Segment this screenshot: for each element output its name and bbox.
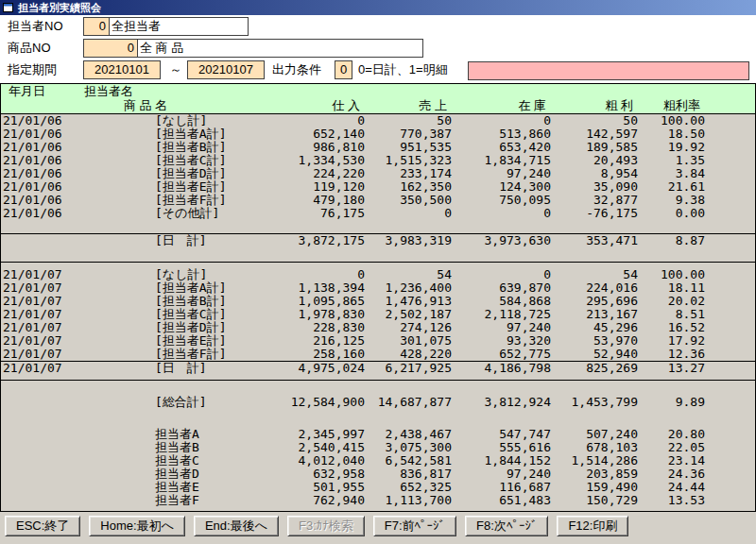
function-button[interactable]: ESC:終了 (5, 516, 80, 536)
daily-total-row-0106: [日 計] 3,872,175 3,983,319 3,973,630 353,… (1, 234, 755, 247)
row-buy: 228,830 (228, 321, 368, 334)
row-buy: 2,345,997 (228, 428, 368, 441)
row-stock: 584,868 (455, 295, 554, 308)
row-name: [担当者A計] (84, 128, 228, 141)
row-profit: 678,103 (554, 441, 641, 454)
row-stock: 4,186,798 (455, 362, 554, 375)
row-profit: 189,585 (554, 141, 641, 154)
row-stock: 653,420 (455, 141, 554, 154)
function-button[interactable]: F8:次ﾍﾟｰｼﾞ (465, 516, 548, 536)
row-buy: 0 (228, 114, 368, 128)
row-name: [担当者E計] (84, 334, 228, 348)
row-buy: 4,012,040 (228, 454, 368, 468)
row-name: [なし計] (84, 268, 228, 281)
row-name: [総合計] (84, 396, 228, 409)
row-date: 21/01/07 (1, 321, 84, 334)
row-buy: 1,978,830 (228, 308, 368, 321)
row-rate: 13.53 (641, 494, 708, 507)
table-row: 21/01/07 [担当者E計] 216,125 301,075 93,320 … (1, 334, 755, 348)
row-sell: 836,817 (368, 468, 455, 481)
shohin-no-label: 商品NO (8, 39, 51, 58)
output-condition-hint: 0=日計、1=明細 (358, 60, 448, 79)
function-button-label: F3:ｶﾅ検索 (299, 518, 353, 533)
kikan-label: 指定期間 (8, 60, 57, 79)
row-name: [担当者C計] (84, 308, 228, 321)
row-sell: 951,535 (368, 141, 455, 154)
row-sell: 2,502,187 (368, 308, 455, 321)
row-date: 21/01/06 (1, 141, 84, 154)
date-to-input[interactable]: 20210107 (187, 60, 265, 79)
row-buy: 479,180 (228, 194, 368, 207)
row-rate: 0.00 (641, 207, 708, 220)
table-row: 21/01/07 [担当者B計] 1,095,865 1,476,913 584… (1, 295, 755, 308)
shohin-name-field: 全 商 品 (138, 40, 422, 57)
row-buy: 762,940 (228, 494, 368, 507)
row-sell: 0 (368, 207, 455, 220)
table-row: 担当者E 501,955 652,325 116,687 159,490 24.… (1, 481, 755, 494)
row-date: 21/01/06 (1, 167, 84, 180)
daily-total-row-0107: 21/01/07 [日 計] 4,975,024 6,217,925 4,186… (1, 362, 755, 375)
function-button-label: F7:前ﾍﾟｰｼﾞ (385, 518, 445, 533)
function-button-label: ESC:終了 (16, 518, 69, 533)
row-stock: 93,320 (455, 334, 554, 348)
app-window: 担当者別実績照会 担当者NO 0 全担当者 商品NO 0 全 商 品 指定期間 … (0, 0, 756, 544)
row-profit: 224,016 (554, 281, 641, 295)
row-name: 担当者D (84, 468, 228, 481)
shohin-field-group: 0 全 商 品 (83, 39, 423, 58)
table-row: 21/01/06 [その他計] 76,175 0 0 -76,175 0.00 (1, 207, 755, 220)
row-date (1, 494, 84, 507)
row-sell: 350,500 (368, 194, 455, 207)
row-stock: 3,973,630 (455, 234, 554, 247)
function-button[interactable]: F12:印刷 (557, 516, 628, 536)
row-profit: 142,597 (554, 128, 641, 141)
row-profit: 32,877 (554, 194, 641, 207)
row-sell: 14,687,877 (368, 396, 455, 409)
row-sell: 50 (368, 114, 455, 128)
function-button[interactable]: F7:前ﾍﾟｰｼﾞ (373, 516, 456, 536)
row-sell: 428,220 (368, 348, 455, 361)
table-row: 21/01/07 [担当者A計] 1,138,394 1,236,400 639… (1, 281, 755, 295)
row-rate: 19.92 (641, 141, 708, 154)
row-name: [担当者B計] (84, 295, 228, 308)
row-buy: 224,220 (228, 167, 368, 180)
row-sell: 6,542,581 (368, 454, 455, 468)
row-name: [担当者B計] (84, 141, 228, 154)
row-stock: 750,095 (455, 194, 554, 207)
table-row: 担当者B 2,540,415 3,075,300 555,616 678,103… (1, 441, 755, 454)
row-date: 21/01/07 (1, 348, 84, 361)
row-rate: 20.02 (641, 295, 708, 308)
row-rate: 17.92 (641, 334, 708, 348)
function-key-bar: ESC:終了 Home:最初へ End:最後へ F3:ｶﾅ検索 F7:前ﾍﾟｰｼ… (0, 516, 756, 536)
row-rate: 8.87 (641, 234, 708, 247)
row-profit: 353,471 (554, 234, 641, 247)
date-from-input[interactable]: 20210101 (83, 60, 161, 79)
row-sell: 770,387 (368, 128, 455, 141)
row-profit: -76,175 (554, 207, 641, 220)
row-buy: 632,958 (228, 468, 368, 481)
row-sell: 2,438,467 (368, 428, 455, 441)
row-rate: 20.80 (641, 428, 708, 441)
table-header-line1: 年月日 担当者名 (1, 84, 755, 98)
shohin-no-input[interactable]: 0 (84, 40, 138, 57)
row-rate: 100.00 (641, 114, 708, 128)
function-button[interactable]: Home:最初へ (89, 516, 185, 536)
row-buy: 76,175 (228, 207, 368, 220)
function-button[interactable]: End:最後へ (194, 516, 279, 536)
row-date: 21/01/07 (1, 362, 84, 375)
tanto-no-input[interactable]: 0 (84, 18, 110, 35)
row-profit: 150,729 (554, 494, 641, 507)
row-profit: 507,240 (554, 428, 641, 441)
row-buy: 1,138,394 (228, 281, 368, 295)
row-buy: 216,125 (228, 334, 368, 348)
criteria-form: 担当者NO 0 全担当者 商品NO 0 全 商 品 指定期間 20210101 … (0, 15, 756, 83)
row-rate: 18.50 (641, 128, 708, 141)
output-condition-input[interactable]: 0 (335, 60, 352, 79)
row-profit: 1,514,286 (554, 454, 641, 468)
row-date (1, 234, 84, 247)
row-sell: 3,983,319 (368, 234, 455, 247)
app-icon (3, 2, 14, 13)
row-date: 21/01/07 (1, 295, 84, 308)
function-button: F3:ｶﾅ検索 (287, 516, 365, 536)
row-buy: 1,095,865 (228, 295, 368, 308)
row-rate: 13.27 (641, 362, 708, 375)
